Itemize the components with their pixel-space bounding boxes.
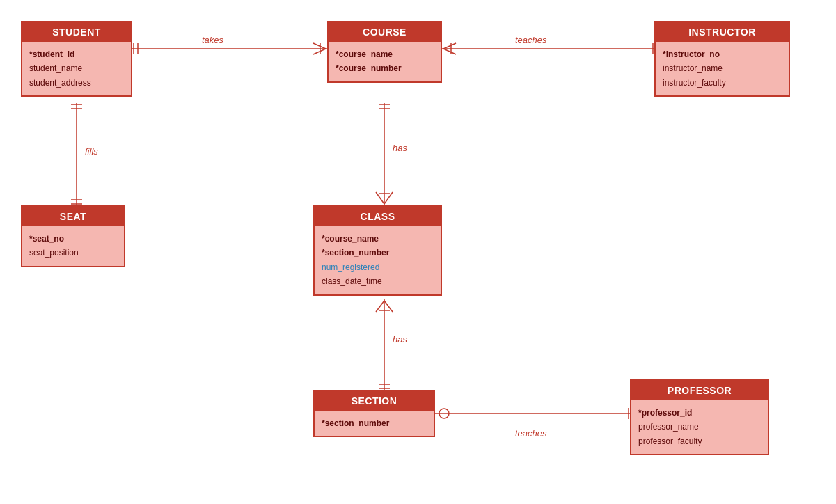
- er-diagram: takes teaches fills has has teaches STUD…: [0, 0, 836, 504]
- entity-course-header: COURSE: [329, 22, 441, 42]
- entity-course: COURSE *course_name *course_number: [327, 21, 442, 83]
- entity-instructor: INSTRUCTOR *instructor_no instructor_nam…: [654, 21, 790, 97]
- seat-field-position: seat_position: [29, 246, 117, 260]
- entity-student: STUDENT *student_id student_name student…: [21, 21, 132, 97]
- entity-instructor-body: *instructor_no instructor_name instructo…: [656, 42, 789, 95]
- entity-class: CLASS *course_name *section_number num_r…: [313, 205, 442, 296]
- entity-professor-body: *professor_id professor_name professor_f…: [631, 400, 768, 454]
- label-has-section: has: [393, 334, 407, 345]
- svg-line-5: [313, 49, 326, 54]
- class-field-section-number: *section_number: [322, 246, 434, 260]
- entity-section-header: SECTION: [315, 391, 434, 411]
- svg-point-30: [439, 409, 449, 418]
- label-fills: fills: [85, 146, 98, 157]
- class-field-num-registered: num_registered: [322, 260, 434, 274]
- svg-line-4: [313, 43, 326, 49]
- student-field-id: *student_id: [29, 47, 124, 61]
- label-teaches-instructor: teaches: [515, 35, 547, 45]
- professor-field-faculty: professor_faculty: [638, 434, 761, 448]
- class-field-date-time: class_date_time: [322, 274, 434, 288]
- instructor-field-no: *instructor_no: [663, 47, 782, 61]
- entity-seat: SEAT *seat_no seat_position: [21, 205, 125, 267]
- entity-student-body: *student_id student_name student_address: [22, 42, 131, 95]
- label-teaches-professor: teaches: [515, 428, 547, 439]
- professor-field-name: professor_name: [638, 420, 761, 434]
- section-field-number: *section_number: [322, 416, 427, 430]
- entity-class-body: *course_name *section_number num_registe…: [315, 226, 441, 294]
- svg-line-21: [384, 192, 393, 204]
- student-field-name: student_name: [29, 61, 124, 75]
- seat-field-no: *seat_no: [29, 232, 117, 246]
- svg-line-8: [443, 43, 456, 49]
- entity-professor-header: PROFESSOR: [631, 381, 768, 400]
- instructor-field-faculty: instructor_faculty: [663, 76, 782, 90]
- label-has-class: has: [393, 143, 407, 153]
- svg-line-9: [443, 49, 456, 54]
- entity-section-body: *section_number: [315, 411, 434, 436]
- entity-instructor-header: INSTRUCTOR: [656, 22, 789, 42]
- label-takes: takes: [202, 35, 223, 45]
- entity-class-header: CLASS: [315, 207, 441, 226]
- svg-line-25: [384, 301, 393, 312]
- entity-course-body: *course_name *course_number: [329, 42, 441, 81]
- course-field-number: *course_number: [336, 61, 434, 75]
- student-field-address: student_address: [29, 76, 124, 90]
- class-field-course-name: *course_name: [322, 232, 434, 246]
- entity-student-header: STUDENT: [22, 22, 131, 42]
- entity-seat-body: *seat_no seat_position: [22, 226, 124, 266]
- svg-line-20: [376, 192, 384, 204]
- instructor-field-name: instructor_name: [663, 61, 782, 75]
- course-field-name: *course_name: [336, 47, 434, 61]
- svg-line-24: [376, 301, 384, 312]
- entity-professor: PROFESSOR *professor_id professor_name p…: [630, 379, 769, 455]
- entity-seat-header: SEAT: [22, 207, 124, 226]
- entity-section: SECTION *section_number: [313, 390, 435, 437]
- professor-field-id: *professor_id: [638, 406, 761, 420]
